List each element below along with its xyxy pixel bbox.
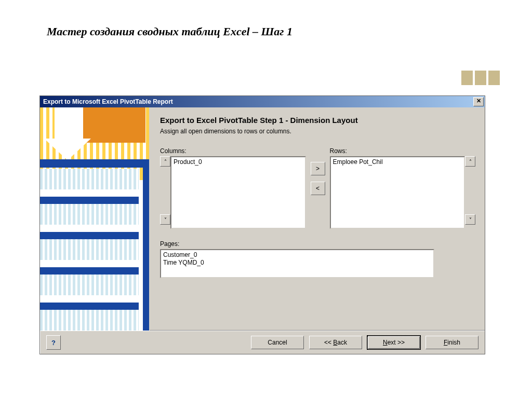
close-button[interactable]: ✕ [473,97,484,106]
move-right-button[interactable]: > [311,162,325,175]
list-item[interactable]: Customer_0 [163,251,431,259]
pages-group: Pages: Customer_0 Time YQMD_0 [160,240,475,278]
move-left-button[interactable]: < [311,182,325,195]
dialog-title: Export to Microsoft Excel PivotTable Rep… [43,98,173,105]
list-item[interactable]: Emploee Pot_Chil [333,158,462,166]
pages-listbox[interactable]: Customer_0 Time YQMD_0 [160,249,434,278]
finish-button[interactable]: Finish [425,336,478,349]
decorative-bars [461,71,500,85]
wizard-graphic [40,107,150,331]
move-buttons: > < [310,162,326,195]
columns-listbox[interactable]: Product_0 [170,156,306,229]
titlebar: Export to Microsoft Excel PivotTable Rep… [40,96,485,107]
cancel-button[interactable]: Cancel [251,336,304,349]
columns-label: Columns: [160,147,306,155]
list-item[interactable]: Time YQMD_0 [163,259,431,267]
rows-listbox[interactable]: Emploee Pot_Chil [330,156,466,229]
step-description: Assign all open dimensions to rows or co… [160,128,475,135]
scroll-down-icon[interactable]: ˅ [465,214,475,225]
scroll-up-icon[interactable]: ˄ [160,156,170,167]
button-bar: ? Cancel << Back Next >> Finish [40,331,485,354]
rows-scroll-right: ˄ ˅ [465,156,475,225]
scroll-up-icon[interactable]: ˄ [465,156,475,167]
columns-group: Columns: ˄ ˅ Product_0 [160,147,306,229]
rows-label: Rows: [330,147,476,155]
list-item[interactable]: Product_0 [174,158,303,166]
pages-label: Pages: [160,240,475,248]
step-title: Export to Excel PivotTable Step 1 - Dime… [160,116,475,125]
wizard-main: Export to Excel PivotTable Step 1 - Dime… [150,107,485,331]
help-button[interactable]: ? [46,335,61,350]
back-button[interactable]: << Back [309,336,362,349]
page-title: Мастер создания сводных таблиц Excel – Ш… [47,25,292,38]
help-icon: ? [51,339,56,347]
next-button[interactable]: Next >> [367,336,420,349]
scroll-down-icon[interactable]: ˅ [160,214,170,225]
rows-group: Rows: Emploee Pot_Chil ˄ ˅ [330,147,476,229]
columns-scroll-left: ˄ ˅ [160,156,170,225]
wizard-dialog: Export to Microsoft Excel PivotTable Rep… [39,95,485,354]
